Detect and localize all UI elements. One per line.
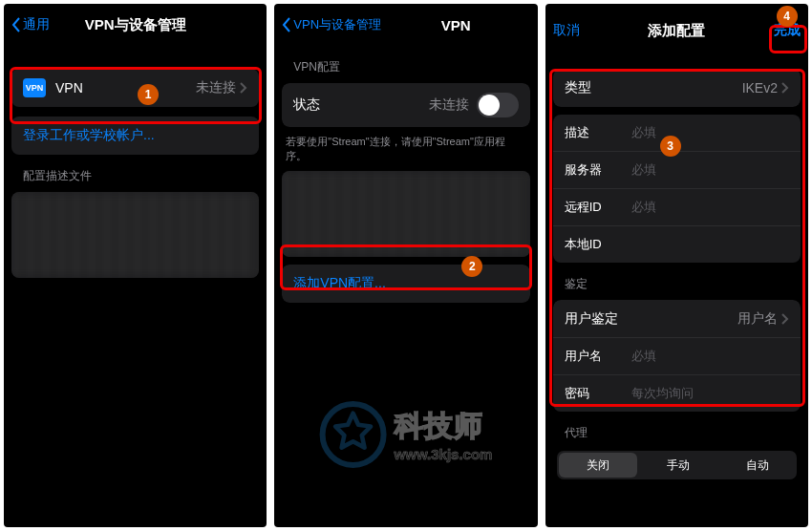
type-value: IKEv2 [742,80,778,96]
vpn-toggle[interactable] [477,93,519,117]
username-row[interactable]: 用户名 必填 [553,338,801,375]
userauth-row[interactable]: 用户鉴定 用户名 [553,300,801,338]
stream-tip: 若要使用"Stream"连接，请使用"Stream"应用程序。 [286,135,525,163]
status-row: 状态 未连接 [282,83,529,127]
callout-badge-3: 3 [660,136,681,157]
nav-bar: 取消 添加配置 完成 [545,10,808,52]
callout-badge-1: 1 [138,84,159,105]
chevron-right-icon [240,82,247,94]
server-label: 服务器 [565,161,631,179]
remoteid-row[interactable]: 远程ID 必填 [553,189,801,226]
back-label: 通用 [23,16,50,33]
back-button[interactable]: VPN与设备管理 [282,16,381,33]
remoteid-field: 必填 [631,199,789,216]
chevron-right-icon [781,313,789,325]
password-label: 密码 [565,385,631,402]
seg-manual[interactable]: 手动 [639,451,717,479]
status-label: 状态 [293,96,320,114]
screen-1-general: 通用 VPN与设备管理 VPN VPN 未连接 登录工作或学校帐户... 配置描… [4,4,267,527]
screen-2-vpn: VPN与设备管理 VPN VPN配置 状态 未连接 若要使用"Stream"连接… [274,4,537,527]
remoteid-label: 远程ID [565,199,631,216]
desc-label: 描述 [565,124,631,141]
type-row[interactable]: 类型 IKEv2 [553,69,801,107]
chevron-left-icon [282,17,291,32]
signin-label: 登录工作或学校帐户... [23,127,155,144]
auth-header: 鉴定 [565,276,808,292]
proxy-segmented[interactable]: 关闭 手动 自动 [557,451,797,479]
add-vpn-row[interactable]: 添加VPN配置... [282,265,529,303]
seg-auto[interactable]: 自动 [718,451,797,479]
signin-row[interactable]: 登录工作或学校帐户... [11,117,259,155]
localid-row[interactable]: 本地ID [553,226,801,263]
nav-title: VPN [441,17,471,33]
username-field: 必填 [631,348,789,365]
desc-field: 必填 [631,124,789,141]
profiles-blurred [11,192,259,278]
nav-title: 添加配置 [648,22,705,40]
back-button[interactable]: 通用 [11,16,50,33]
proxy-header: 代理 [565,425,808,441]
chevron-right-icon [781,82,789,94]
add-vpn-label: 添加VPN配置... [293,275,385,292]
server-row[interactable]: 服务器 必填 [553,152,801,189]
username-label: 用户名 [565,348,631,365]
nav-bar: 通用 VPN与设备管理 [4,4,267,46]
nav-bar: VPN与设备管理 VPN [274,4,537,46]
vpn-icon: VPN [23,78,46,97]
vpn-label: VPN [55,80,83,96]
userauth-label: 用户鉴定 [565,310,618,328]
nav-title: VPN与设备管理 [85,16,186,34]
status-value: 未连接 [429,96,469,114]
password-field: 每次均询问 [631,385,789,402]
screen-3-add-config: 取消 添加配置 完成 类型 IKEv2 描述 必填 服务器 必填 [545,4,808,527]
vpn-status: 未连接 [196,79,236,96]
localid-label: 本地ID [565,236,631,253]
profiles-header: 配置描述文件 [23,168,267,184]
callout-badge-4: 4 [777,6,798,27]
server-field: 必填 [631,161,789,179]
seg-off[interactable]: 关闭 [559,453,637,478]
type-label: 类型 [565,79,591,96]
password-row[interactable]: 密码 每次均询问 [553,375,801,412]
chevron-left-icon [11,17,21,32]
vpn-list-blurred [282,171,529,257]
userauth-value: 用户名 [737,310,778,328]
vpn-row[interactable]: VPN VPN 未连接 [11,69,259,107]
cancel-button[interactable]: 取消 [553,22,580,39]
back-label: VPN与设备管理 [293,16,381,33]
vpn-config-header: VPN配置 [293,59,537,75]
